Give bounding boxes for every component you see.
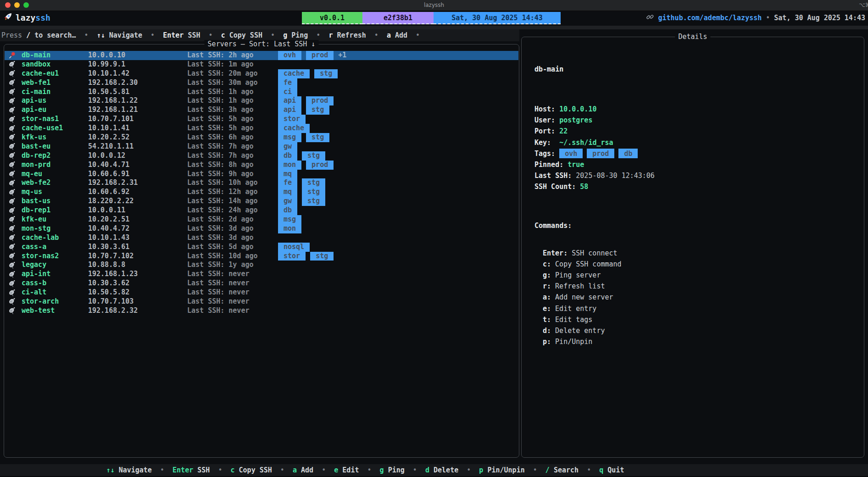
server-row-web-fe2[interactable]: web-fe2192.168.2.31Last SSH: 10h agofest… bbox=[5, 178, 518, 188]
hint-key: p bbox=[479, 466, 483, 474]
server-row-cass-a[interactable]: cass-a10.30.3.61Last SSH: 5d agonosql bbox=[5, 243, 518, 252]
server-row-stor-nas1[interactable]: stor-nas110.70.7.101Last SSH: 5h agostor bbox=[5, 115, 518, 124]
server-ip: 192.168.2.31 bbox=[88, 178, 138, 188]
command-item: c: Copy SSH command bbox=[534, 259, 857, 270]
rocket-icon bbox=[4, 12, 12, 23]
tag-badge: ovh bbox=[278, 51, 301, 60]
server-row-cache-lab[interactable]: cache-lab10.10.1.43Last SSH: 3d ago bbox=[5, 233, 518, 243]
server-row-cache-use1[interactable]: cache-use110.10.1.41Last SSH: 5h agocach… bbox=[5, 124, 518, 133]
server-tags: mon bbox=[278, 224, 306, 233]
server-ip: 10.40.4.72 bbox=[88, 224, 129, 233]
header-divider bbox=[0, 26, 868, 29]
tag-badge: mq bbox=[278, 170, 297, 179]
command-desc: Edit tags bbox=[551, 316, 592, 324]
server-tags: monprod bbox=[278, 161, 338, 170]
server-row-cache-eu1[interactable]: cache-eu110.10.1.42Last SSH: 20m agocach… bbox=[5, 69, 518, 78]
server-row-sandbox[interactable]: sandbox10.99.9.1Last SSH: 1m ago bbox=[5, 60, 518, 69]
satellite-icon bbox=[8, 124, 17, 133]
satellite-icon bbox=[8, 270, 17, 279]
server-name: kfk-us bbox=[22, 133, 46, 142]
server-ip: 10.10.1.41 bbox=[88, 124, 129, 133]
hint-key: g bbox=[283, 31, 287, 39]
server-row-legacy[interactable]: legacy10.88.8.8Last SSH: 1y ago bbox=[5, 261, 518, 270]
server-last-ssh: Last SSH: 8h ago bbox=[187, 161, 254, 170]
repo-link[interactable]: github.com/adembc/lazyssh bbox=[658, 14, 762, 22]
server-row-mon-prd[interactable]: mon-prd10.40.4.71Last SSH: 8h agomonprod bbox=[5, 161, 518, 170]
server-ip: 10.60.6.91 bbox=[88, 170, 129, 179]
server-name: stor-nas2 bbox=[22, 252, 59, 261]
server-row-api-int[interactable]: api-int192.168.1.23Last SSH: never bbox=[5, 270, 518, 279]
tag-badge: db bbox=[278, 151, 297, 161]
server-last-ssh: Last SSH: 14h ago bbox=[187, 197, 258, 206]
server-row-kfk-eu[interactable]: kfk-eu10.20.2.51Last SSH: 2d agomsg bbox=[5, 215, 518, 224]
server-name: web-test bbox=[22, 306, 55, 316]
server-row-api-eu[interactable]: api-eu192.168.1.21Last SSH: 3h agoapistg bbox=[5, 105, 518, 115]
hint-key: Enter bbox=[172, 466, 193, 474]
server-last-ssh: Last SSH: never bbox=[187, 306, 249, 316]
server-last-ssh: Last SSH: 9h ago bbox=[187, 170, 254, 179]
server-row-bast-us[interactable]: bast-us18.220.2.22Last SSH: 14h agogwstg bbox=[5, 197, 518, 206]
server-name: cache-lab bbox=[22, 233, 59, 243]
command-item: a: Add new server bbox=[534, 292, 857, 303]
server-row-kfk-us[interactable]: kfk-us10.20.2.52Last SSH: 6h agomsgstg bbox=[5, 133, 518, 142]
command-item: p: Pin/Unpin bbox=[534, 336, 857, 347]
server-name: mq-us bbox=[22, 188, 42, 197]
separator: • bbox=[200, 31, 221, 39]
server-ip: 192.168.2.32 bbox=[88, 306, 138, 316]
separator: • bbox=[366, 31, 387, 39]
server-row-mq-us[interactable]: mq-us10.60.6.92Last SSH: 12h agomqstg bbox=[5, 188, 518, 197]
separator: • bbox=[210, 466, 230, 474]
server-row-stor-nas2[interactable]: stor-nas210.70.7.102Last SSH: 10d agosto… bbox=[5, 252, 518, 261]
hint-label: Navigate bbox=[109, 31, 142, 39]
server-ip: 192.168.2.30 bbox=[88, 78, 138, 88]
server-row-stor-arch[interactable]: stor-arch10.70.7.103Last SSH: never bbox=[5, 297, 518, 306]
server-row-ci-alt[interactable]: ci-alt10.50.5.82Last SSH: never bbox=[5, 288, 518, 297]
server-name: sandbox bbox=[22, 60, 50, 69]
server-row-bast-eu[interactable]: bast-eu54.210.1.11Last SSH: 7h agogw bbox=[5, 142, 518, 151]
tag-badge: msg bbox=[278, 215, 301, 224]
server-row-mq-eu[interactable]: mq-eu10.60.6.91Last SSH: 9h agomq bbox=[5, 170, 518, 179]
server-tags: ovhprod+1 bbox=[278, 51, 346, 60]
hint-key: ↑↓ bbox=[97, 31, 105, 39]
satellite-icon bbox=[8, 197, 17, 206]
command-item: Enter: SSH connect bbox=[534, 248, 857, 259]
server-name: cass-b bbox=[22, 279, 46, 288]
server-last-ssh: Last SSH: 30m ago bbox=[187, 78, 258, 88]
satellite-icon bbox=[8, 261, 17, 270]
server-row-ci-main[interactable]: ci-main10.50.5.81Last SSH: 1h agoci bbox=[5, 88, 518, 97]
hint-key: c bbox=[230, 466, 234, 474]
server-last-ssh: Last SSH: 7h ago bbox=[187, 142, 254, 151]
server-row-db-rep2[interactable]: db-rep210.0.0.12Last SSH: 7h agodbstg bbox=[5, 151, 518, 161]
server-row-db-main[interactable]: db-main10.0.0.10Last SSH: 2h agoovhprod+… bbox=[5, 51, 518, 60]
satellite-icon bbox=[8, 206, 17, 215]
hint-key: e bbox=[334, 466, 338, 474]
separator: • bbox=[458, 466, 479, 474]
server-row-cass-b[interactable]: cass-b10.30.3.62Last SSH: never bbox=[5, 279, 518, 288]
detail-label: Port: bbox=[534, 126, 555, 137]
hint-key: ↑↓ bbox=[106, 466, 115, 474]
tag-badge: prod bbox=[306, 51, 334, 60]
server-row-web-fe1[interactable]: web-fe1192.168.2.30Last SSH: 30m agofe bbox=[5, 78, 518, 88]
pushpin-icon bbox=[8, 51, 17, 60]
separator: • bbox=[405, 466, 425, 474]
tag-badge: msg bbox=[278, 133, 301, 142]
server-row-mon-stg[interactable]: mon-stg10.40.4.72Last SSH: 3d agomon bbox=[5, 224, 518, 233]
server-tags: ci bbox=[278, 88, 302, 97]
tag-badge: stg bbox=[302, 188, 325, 197]
tag-badge: cache bbox=[278, 124, 310, 133]
hint-key: Enter bbox=[163, 31, 184, 39]
server-row-web-test[interactable]: web-test192.168.2.32Last SSH: never bbox=[5, 306, 518, 316]
satellite-icon bbox=[8, 60, 17, 69]
server-tags: gw bbox=[278, 142, 302, 151]
server-ip: 10.30.3.62 bbox=[88, 279, 129, 288]
tag-badge: mon bbox=[278, 161, 301, 170]
server-ip: 10.88.8.8 bbox=[88, 261, 125, 270]
separator: • bbox=[359, 466, 379, 474]
hint-label: Copy SSH bbox=[229, 31, 262, 39]
server-row-db-rep1[interactable]: db-rep110.0.0.11Last SSH: 24h agodb bbox=[5, 206, 518, 215]
detail-label: Key: bbox=[534, 137, 555, 148]
satellite-icon bbox=[8, 243, 17, 252]
header-datetime: Sat, 30 Aug 2025 14:43 bbox=[774, 14, 865, 22]
detail-label: SSH Count: bbox=[534, 181, 576, 192]
server-row-api-us[interactable]: api-us192.168.1.22Last SSH: 1h agoapipro… bbox=[5, 96, 518, 105]
